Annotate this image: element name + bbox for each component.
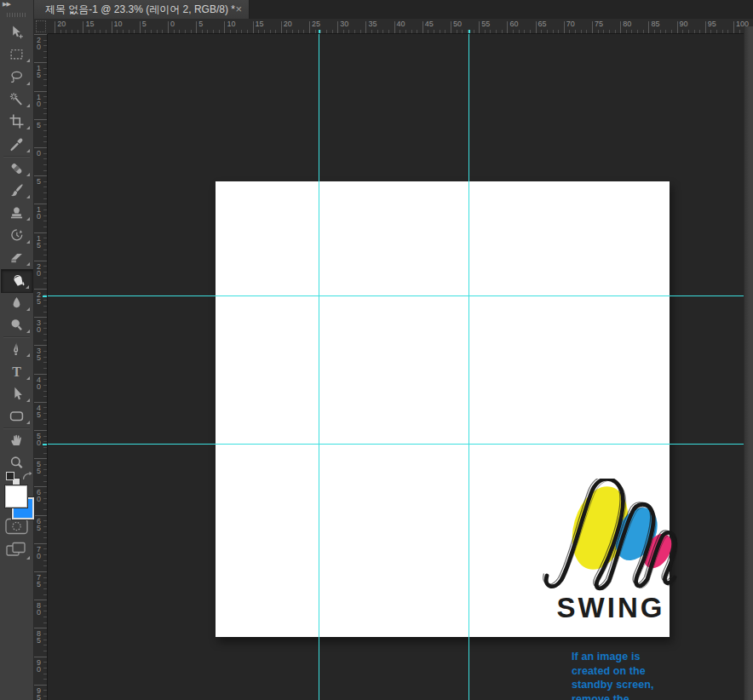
ruler-label: 10 — [227, 20, 235, 28]
tool-type[interactable]: T — [0, 361, 33, 383]
clone-stamp-icon — [9, 205, 24, 220]
tool-path-selection[interactable] — [0, 383, 33, 405]
ruler-label: 5 — [142, 20, 147, 28]
ruler-label: 1 0 — [37, 94, 41, 107]
tool-pen[interactable] — [0, 338, 33, 360]
tool-paint-bucket[interactable] — [1, 269, 33, 293]
ruler-tick — [34, 345, 48, 346]
tool-eraser[interactable] — [0, 247, 33, 269]
ruler-tick — [34, 232, 48, 233]
lasso-icon — [9, 70, 24, 84]
svg-text:T: T — [12, 364, 21, 379]
tool-brush[interactable] — [0, 180, 33, 202]
ruler-tick — [34, 289, 48, 290]
tool-dodge[interactable] — [0, 314, 33, 336]
ruler-tick — [34, 430, 48, 431]
tool-hand[interactable] — [0, 429, 33, 451]
panel-collapse-icon[interactable]: ▶▶ — [3, 0, 10, 8]
tool-rounded-rectangle[interactable] — [0, 405, 33, 427]
guide-horizontal[interactable] — [48, 444, 753, 445]
ruler-tick — [34, 571, 48, 572]
ruler-tick — [564, 21, 565, 34]
ruler-label: 0 — [170, 20, 175, 28]
ruler-tick — [34, 317, 48, 318]
ruler-label: 4 5 — [37, 405, 41, 418]
ruler-label: 1 5 — [37, 235, 41, 249]
ruler-label: 7 0 — [37, 546, 41, 559]
ruler-label: 15 — [256, 20, 264, 28]
ruler-label: 5 — [37, 122, 41, 129]
foreground-color-swatch[interactable] — [5, 485, 27, 508]
ruler-label: 15 — [85, 20, 94, 28]
vertical-scrollbar[interactable] — [744, 26, 753, 700]
ruler-tick — [34, 600, 48, 600]
history-brush-icon — [9, 228, 24, 243]
ruler-tick — [705, 21, 706, 34]
ruler-tick — [592, 21, 593, 34]
rounded-rectangle-icon — [9, 409, 24, 423]
ruler-tick — [34, 402, 48, 403]
ruler-label: 40 — [397, 20, 405, 28]
tool-rectangular-marquee[interactable] — [0, 43, 33, 66]
ruler-tick — [34, 543, 48, 544]
ruler-label: 50 — [453, 20, 462, 28]
rectangular-marquee-icon — [9, 47, 24, 61]
tool-spot-healing-brush[interactable] — [0, 158, 33, 180]
tool-magic-wand[interactable] — [0, 89, 33, 111]
brush-icon — [9, 183, 24, 198]
quick-mask-button[interactable] — [5, 518, 28, 535]
default-colors-icon[interactable] — [6, 472, 20, 486]
ruler-tick — [253, 21, 254, 34]
ruler-tick — [34, 261, 48, 261]
ruler-label: 35 — [368, 20, 376, 28]
move-icon — [9, 25, 24, 39]
ruler-tick — [55, 21, 55, 34]
vertical-ruler[interactable]: 2 01 51 05051 01 52 02 53 03 54 04 55 05… — [34, 34, 48, 700]
ruler-tick — [34, 374, 48, 375]
pen-icon — [9, 341, 24, 356]
ruler-label: 30 — [340, 20, 348, 28]
ruler-tick — [34, 628, 48, 628]
blur-icon — [9, 295, 24, 310]
ruler-origin-box[interactable] — [34, 19, 48, 34]
ruler-tick — [34, 147, 48, 148]
ruler-label: 20 — [284, 20, 292, 28]
guide-vertical[interactable] — [319, 34, 319, 700]
ruler-tick — [83, 21, 83, 34]
paint-bucket-icon — [11, 273, 26, 288]
ruler-label: 2 5 — [37, 291, 41, 305]
document-canvas[interactable]: SWING If an image is created on the stan… — [216, 181, 670, 637]
tool-eyedropper[interactable] — [0, 134, 33, 156]
ruler-label: 60 — [509, 20, 518, 28]
ruler-tick — [620, 21, 621, 34]
ruler-tick — [34, 175, 48, 176]
ruler-label: 6 5 — [37, 518, 41, 531]
canvas-viewport[interactable]: SWING If an image is created on the stan… — [48, 34, 753, 700]
ruler-label: 4 0 — [37, 376, 41, 390]
eyedropper-icon — [9, 137, 24, 152]
guide-vertical[interactable] — [468, 34, 469, 700]
swap-colors-icon[interactable] — [21, 470, 32, 481]
tool-move[interactable] — [0, 21, 33, 43]
ruler-tick — [648, 21, 649, 34]
tool-lasso[interactable] — [0, 66, 33, 89]
magic-wand-icon — [9, 92, 24, 106]
ruler-tick — [536, 21, 537, 34]
ruler-tick — [196, 21, 197, 34]
ruler-tick — [507, 21, 508, 34]
ruler-label: 70 — [566, 20, 575, 28]
panel-grip-icon[interactable] — [7, 13, 26, 17]
tab-close-icon[interactable]: × — [235, 0, 242, 19]
ruler-tick — [281, 21, 282, 34]
document-tab[interactable]: 제목 없음-1 @ 23.3% (레이어 2, RGB/8) * × — [34, 0, 250, 19]
horizontal-ruler[interactable]: 2015105051015202530354045505560657075808… — [48, 19, 753, 34]
tool-blur[interactable] — [0, 292, 33, 314]
guide-horizontal[interactable] — [48, 295, 753, 296]
screen-mode-button[interactable] — [6, 542, 27, 559]
tool-history-brush[interactable] — [0, 225, 33, 247]
tool-clone-stamp[interactable] — [0, 202, 33, 224]
ruler-label: 6 0 — [37, 489, 41, 502]
ruler-tick — [677, 21, 678, 34]
swing-logo-graphic — [542, 479, 680, 596]
tool-crop[interactable] — [0, 111, 33, 133]
